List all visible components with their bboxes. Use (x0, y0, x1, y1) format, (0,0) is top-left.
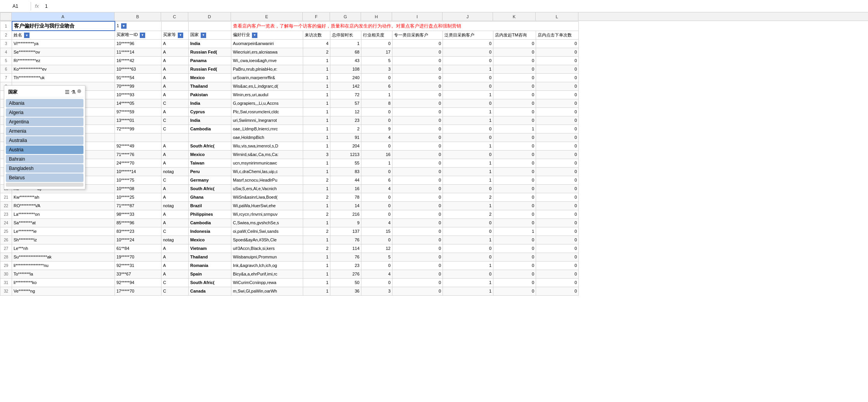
cell-country-8[interactable]: Cyprus (189, 107, 231, 116)
cell-specialist-9[interactable]: 0 (392, 116, 443, 125)
cell-orders-27[interactable]: 0 (536, 270, 579, 278)
cell-grade-17[interactable]: A (161, 184, 189, 193)
cell-grade-26[interactable]: A (161, 261, 189, 270)
cell-general-23[interactable]: 1 (443, 236, 493, 244)
cell-relevance-4[interactable]: 0 (361, 73, 392, 82)
cell-relevance-7[interactable]: 8 (361, 99, 392, 107)
cell-industry-27[interactable]: Bicy&a,a,ehrPurif,imi,rc (231, 270, 303, 278)
cell-tm-22[interactable]: 1 (493, 227, 536, 236)
country-item-argentina[interactable]: Argentina (6, 118, 83, 126)
cell-country-29[interactable]: Canada (189, 287, 231, 295)
cell-general-27[interactable]: 0 (443, 270, 493, 278)
cell-orders-26[interactable]: 0 (536, 261, 579, 270)
cell-tm-18[interactable]: 0 (493, 193, 536, 201)
cell-grade-3[interactable]: A (161, 65, 189, 73)
cell-tm-16[interactable]: 0 (493, 176, 536, 184)
cell-id-11[interactable] (115, 133, 161, 142)
col-header-j[interactable]: J (443, 12, 493, 21)
cell-relevance-16[interactable]: 6 (361, 176, 392, 184)
cell-general-13[interactable]: 0 (443, 150, 493, 159)
cell-specialist-27[interactable]: 0 (392, 270, 443, 278)
cell-industry-20[interactable]: Wi,rcycn,rInvrni,srmpuv (231, 210, 303, 218)
cell-general-11[interactable]: 0 (443, 133, 493, 142)
cell-tm-3[interactable]: 0 (493, 65, 536, 73)
cell-general-3[interactable]: 1 (443, 65, 493, 73)
cell-id-7[interactable]: 14*****05 (115, 99, 161, 107)
cell-grade-9[interactable]: C (161, 116, 189, 125)
cell-name-18[interactable]: Kw*********ah (12, 193, 115, 201)
cell-relevance-17[interactable]: 4 (361, 184, 392, 193)
cell-orders-6[interactable]: 0 (536, 90, 579, 99)
col-header-f[interactable]: F (303, 12, 330, 21)
cell-specialist-6[interactable]: 0 (392, 90, 443, 99)
cell-id-22[interactable]: 83*****23 (115, 227, 161, 236)
cell-grade-15[interactable]: notag (161, 167, 189, 176)
cell-specialist-0[interactable]: 0 (392, 39, 443, 48)
cell-id-13[interactable]: 71*****76 (115, 150, 161, 159)
cell-industry-29[interactable]: m,Swi,Gl,paWin,oarWh (231, 287, 303, 295)
cell-specialist-2[interactable]: 0 (392, 56, 443, 65)
cell-name-25[interactable]: Su*****************ak (12, 253, 115, 261)
cell-duration-12[interactable]: 204 (330, 142, 361, 150)
cell-relevance-23[interactable]: 0 (361, 236, 392, 244)
cell-tm-8[interactable]: 0 (493, 107, 536, 116)
cell-industry-16[interactable]: Masrf,scnocu,HeadlrPu (231, 176, 303, 184)
cell-tm-9[interactable]: 0 (493, 116, 536, 125)
cell-tm-20[interactable]: 0 (493, 210, 536, 218)
cell-specialist-24[interactable]: 0 (392, 244, 443, 253)
cell-id-3[interactable]: 10******63 (115, 65, 161, 73)
cell-orders-5[interactable]: 0 (536, 82, 579, 90)
cell-tm-2[interactable]: 0 (493, 56, 536, 65)
cell-duration-27[interactable]: 276 (330, 270, 361, 278)
country-item-bangladesh[interactable]: Bangladesh (6, 164, 83, 173)
cell-relevance-15[interactable]: 0 (361, 167, 392, 176)
cell-duration-26[interactable]: 23 (330, 261, 361, 270)
cell-industry-21[interactable]: C,Swiea,ms,gvshchSe,s (231, 218, 303, 227)
cell-duration-7[interactable]: 57 (330, 99, 361, 107)
cell-id-0[interactable]: 10*****96 (115, 39, 161, 48)
cell-general-9[interactable]: 1 (443, 116, 493, 125)
cell-country-18[interactable]: Ghana (189, 193, 231, 201)
cell-grade-29[interactable]: C (161, 287, 189, 295)
cell-id-21[interactable]: 85*****96 (115, 218, 161, 227)
cell-id-17[interactable]: 10*****08 (115, 184, 161, 193)
cell-grade-6[interactable]: A (161, 90, 189, 99)
cell-general-6[interactable]: 1 (443, 90, 493, 99)
cell-country-5[interactable]: Thailand (189, 82, 231, 90)
cell-country-9[interactable]: India (189, 116, 231, 125)
cell-grade-1[interactable]: A (161, 48, 189, 56)
cell-tm-17[interactable]: 0 (493, 184, 536, 193)
cell-industry-15[interactable]: Wi,c,draChemi,las,uip,c (231, 167, 303, 176)
cell-orders-21[interactable]: 0 (536, 218, 579, 227)
col-header-l[interactable]: L (536, 12, 578, 21)
cell-industry-25[interactable]: Wiisbanuipni,Prommun (231, 253, 303, 261)
cell-tm-26[interactable]: 0 (493, 261, 536, 270)
cell-orders-1[interactable]: 0 (536, 48, 579, 56)
cell-general-15[interactable]: 1 (443, 167, 493, 176)
country-filter-dropdown[interactable]: 国家 ☰ ⚗ AlbaniaAlgeriaArgentinaArmeniaAus… (4, 85, 85, 189)
cell-general-12[interactable]: 1 (443, 142, 493, 150)
cell-grade-14[interactable]: A (161, 159, 189, 167)
cell-grade-5[interactable]: A (161, 82, 189, 90)
cell-industry-10[interactable]: oae,,LldmpB,lnierci,rnrc (231, 125, 303, 133)
cell-name-20[interactable]: La**********on (12, 210, 115, 218)
cell-visits-0[interactable]: 4 (303, 39, 330, 48)
cell-industry-5[interactable]: Wis&ac,es,L,indgrarc,d( (231, 82, 303, 90)
cell-id-29[interactable]: 17*****70 (115, 287, 161, 295)
cell-country-16[interactable]: Germany (189, 176, 231, 184)
cell-orders-17[interactable]: 0 (536, 184, 579, 193)
cell-industry-9[interactable]: uri,Swiimnni,,Inegrarrot (231, 116, 303, 125)
cell-orders-19[interactable]: 0 (536, 201, 579, 210)
cell-orders-2[interactable]: 0 (536, 56, 579, 65)
cell-industry-12[interactable]: Wiu,vis,swa,imenrol,s,D (231, 142, 303, 150)
cell-tm-4[interactable]: 0 (493, 73, 536, 82)
cell-visits-9[interactable]: 1 (303, 116, 330, 125)
cell-grade-2[interactable]: A (161, 56, 189, 65)
cell-id-18[interactable]: 10*****25 (115, 193, 161, 201)
cell-name-4[interactable]: Th*************uk (12, 73, 115, 82)
cell-country-20[interactable]: Philippines (189, 210, 231, 218)
cell-visits-8[interactable]: 1 (303, 107, 330, 116)
cell-specialist-25[interactable]: 0 (392, 253, 443, 261)
cell-general-1[interactable]: 0 (443, 48, 493, 56)
cell-relevance-24[interactable]: 12 (361, 244, 392, 253)
